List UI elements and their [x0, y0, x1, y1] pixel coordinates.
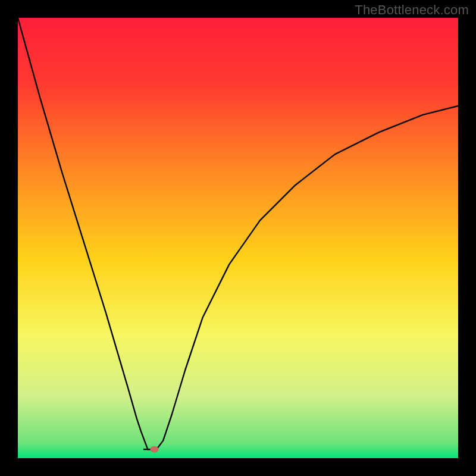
- watermark-text: TheBottleneck.com: [355, 2, 469, 18]
- plot-area: [18, 18, 458, 458]
- chart-frame: TheBottleneck.com: [0, 0, 476, 476]
- chart-svg: [18, 18, 458, 458]
- gradient-background: [18, 18, 458, 458]
- minimum-marker: [150, 446, 158, 453]
